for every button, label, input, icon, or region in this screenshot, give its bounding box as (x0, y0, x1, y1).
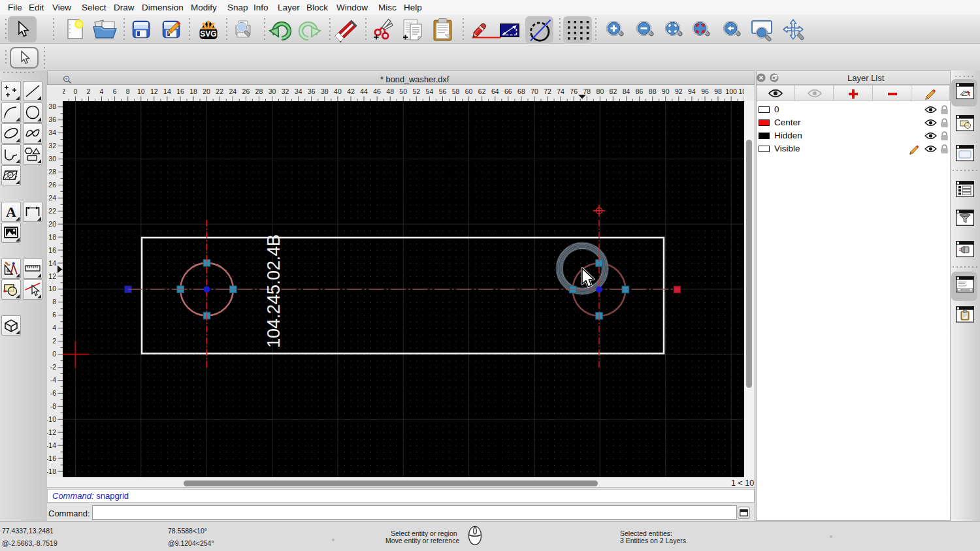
svg-text:60: 60 (465, 87, 473, 95)
svg-text:0: 0 (73, 87, 77, 95)
svg-text:10: 10 (137, 87, 145, 95)
svg-text:command: command (960, 289, 970, 291)
svg-text:24: 24 (48, 194, 56, 202)
svg-text:94: 94 (688, 87, 696, 95)
svg-text:20: 20 (203, 87, 210, 95)
svg-text:-2: -2 (50, 363, 56, 371)
svg-text:SVG: SVG (200, 29, 216, 39)
svg-text:90: 90 (662, 87, 670, 95)
svg-text:72: 72 (544, 87, 551, 95)
svg-text:10: 10 (48, 285, 56, 292)
svg-text:28: 28 (255, 87, 263, 95)
svg-text:34: 34 (48, 129, 56, 136)
svg-text:42: 42 (347, 87, 355, 95)
svg-text:48: 48 (386, 87, 394, 95)
svg-text:20: 20 (48, 220, 56, 228)
svg-text:8: 8 (126, 87, 130, 95)
svg-text:86: 86 (636, 87, 644, 95)
svg-text:18: 18 (48, 233, 56, 241)
svg-text:46: 46 (373, 87, 381, 95)
svg-text:-8: -8 (50, 402, 56, 410)
svg-text:14: 14 (48, 259, 56, 267)
svg-text:22: 22 (216, 87, 223, 95)
svg-text:44: 44 (360, 87, 368, 95)
svg-text:102: 102 (738, 87, 744, 95)
svg-text:16: 16 (48, 246, 56, 254)
svg-text:50: 50 (399, 87, 407, 95)
svg-text:88: 88 (649, 87, 657, 95)
svg-text:92: 92 (675, 87, 683, 95)
svg-text:22: 22 (48, 207, 56, 215)
svg-text:2: 2 (87, 87, 91, 95)
svg-text:70: 70 (531, 87, 538, 95)
svg-text:36: 36 (308, 87, 316, 95)
svg-text:12: 12 (48, 272, 56, 280)
svg-text:16: 16 (176, 87, 184, 95)
svg-text:8: 8 (52, 298, 56, 306)
svg-text:40: 40 (334, 87, 342, 95)
svg-text:4: 4 (100, 87, 104, 95)
svg-text:18: 18 (189, 87, 197, 95)
svg-text:26: 26 (48, 181, 56, 189)
svg-text:38: 38 (48, 102, 56, 110)
svg-text:-18: -18 (47, 467, 56, 475)
svg-text:12: 12 (150, 87, 158, 95)
svg-text:14: 14 (163, 87, 171, 95)
svg-text:62: 62 (478, 87, 486, 95)
svg-text:32: 32 (282, 87, 289, 95)
svg-text:58: 58 (452, 87, 460, 95)
svg-text:24: 24 (229, 87, 237, 95)
svg-text:52: 52 (412, 87, 420, 95)
svg-text:66: 66 (504, 87, 512, 95)
svg-text:26: 26 (242, 87, 250, 95)
svg-text:32: 32 (48, 142, 56, 150)
svg-text:0: 0 (52, 350, 56, 358)
svg-text:6: 6 (113, 87, 117, 95)
svg-text:-14: -14 (47, 441, 56, 449)
svg-text:74: 74 (557, 87, 564, 95)
svg-text:54: 54 (426, 87, 434, 95)
svg-text:98: 98 (714, 87, 722, 95)
svg-text:80: 80 (596, 87, 604, 95)
svg-text:100: 100 (725, 87, 737, 95)
svg-text:84: 84 (623, 87, 630, 95)
svg-text:2: 2 (52, 337, 56, 345)
svg-text:34: 34 (295, 87, 302, 95)
svg-text:-6: -6 (50, 389, 56, 397)
svg-text:96: 96 (701, 87, 709, 95)
svg-text:68: 68 (517, 87, 525, 95)
svg-text:76: 76 (570, 87, 578, 95)
svg-text:30: 30 (269, 87, 276, 95)
svg-text:82: 82 (610, 87, 617, 95)
svg-text:4: 4 (52, 324, 56, 332)
svg-text:A: A (6, 204, 16, 220)
svg-text:64: 64 (491, 87, 499, 95)
svg-text:36: 36 (48, 116, 56, 123)
svg-text:30: 30 (48, 155, 56, 163)
svg-text:28: 28 (48, 168, 56, 176)
svg-text:-16: -16 (47, 454, 56, 462)
svg-text:-12: -12 (47, 428, 56, 436)
svg-text:78: 78 (583, 87, 591, 95)
svg-text:-10: -10 (47, 415, 56, 423)
svg-text:56: 56 (439, 87, 447, 95)
svg-text:6: 6 (52, 311, 56, 319)
svg-text:104.245.02.4B: 104.245.02.4B (263, 234, 284, 348)
svg-text:38: 38 (321, 87, 329, 95)
svg-text:-4: -4 (50, 376, 56, 384)
svg-text:-2: -2 (63, 87, 65, 95)
